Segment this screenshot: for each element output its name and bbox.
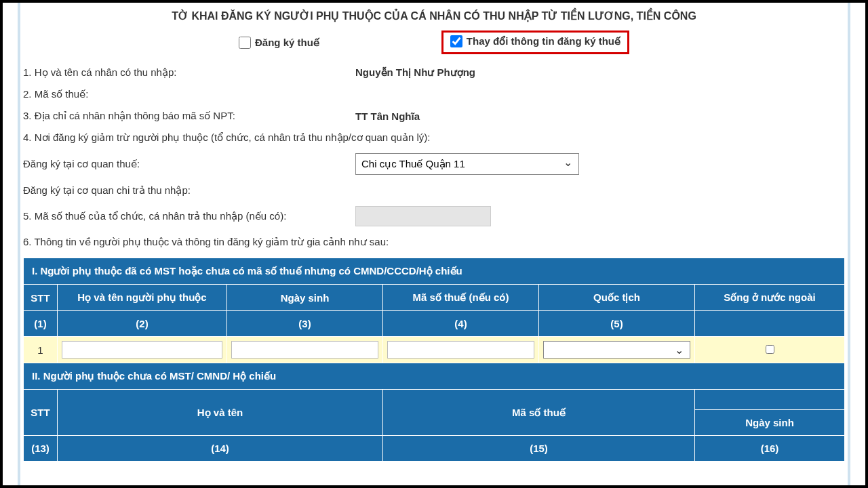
t2-num3: (15) (383, 436, 695, 462)
row1-dob-input[interactable] (231, 341, 378, 359)
field3-label: 3. Địa chỉ cá nhân nhận thông báo mã số … (23, 110, 355, 122)
change-info-label: Thay đổi thông tin đăng ký thuế (467, 35, 620, 47)
tax-office-select[interactable] (355, 153, 579, 175)
t2-col-blank (695, 390, 845, 410)
t1-col-taxcode: Mã số thuế (nếu có) (383, 285, 539, 311)
t2-col-stt: STT (24, 390, 58, 436)
change-info-option[interactable]: Thay đổi thông tin đăng ký thuế (450, 35, 620, 47)
field5-label: 5. Mã số thuế của tổ chức, cá nhân trả t… (23, 210, 355, 222)
right-border-stripe (848, 3, 850, 485)
t1-num1: (1) (24, 311, 58, 337)
field4-label: 4. Nơi đăng ký giảm trừ người phụ thuộc … (23, 131, 430, 144)
left-border-stripe (18, 3, 20, 485)
t1-num6 (695, 311, 845, 337)
checkbox-row: Đăng ký thuế Thay đổi thông tin đăng ký … (23, 30, 845, 54)
org-tax-code-input (355, 206, 491, 226)
t1-col-abroad: Sống ở nước ngoài (695, 285, 845, 311)
t1-col-name: Họ và tên người phụ thuộc (58, 285, 227, 311)
table-row: 1 (24, 337, 845, 363)
t1-num4: (4) (383, 311, 539, 337)
t1-col-dob: Ngày sinh (227, 285, 383, 311)
t2-num4: (16) (695, 436, 845, 462)
row1-name-input[interactable] (62, 341, 222, 359)
section1-header: I. Người phụ thuộc đã có MST hoặc chưa c… (24, 258, 845, 285)
t2-num2: (14) (58, 436, 383, 462)
t1-col-nationality: Quốc tịch (539, 285, 695, 311)
reg-pay-label: Đăng ký tại cơ quan chi trả thu nhập: (23, 184, 355, 197)
row1-nationality-select[interactable] (543, 341, 690, 359)
form-title: TỜ KHAI ĐĂNG KÝ NGƯỜI PHỤ THUỘC CỦA CÁ N… (23, 9, 845, 22)
register-tax-option[interactable]: Đăng ký thuế (239, 30, 319, 54)
row1-abroad-checkbox[interactable] (766, 345, 774, 354)
register-tax-checkbox[interactable] (239, 37, 251, 49)
t1-col-stt: STT (24, 285, 58, 311)
highlighted-option: Thay đổi thông tin đăng ký thuế (441, 30, 629, 54)
field1-value: Nguyễn Thị Như Phượng (355, 66, 475, 79)
field6-label: 6. Thông tin về người phụ thuộc và thông… (23, 236, 389, 248)
field1-label: 1. Họ và tên cá nhân có thu nhập: (23, 66, 355, 79)
section2-header: II. Người phụ thuộc chưa có MST/ CMND/ H… (24, 363, 845, 390)
field3-value: TT Tân Nghĩa (355, 110, 420, 122)
row1-taxcode-input[interactable] (387, 341, 534, 359)
t1-num2: (2) (58, 311, 227, 337)
row1-stt: 1 (24, 337, 58, 363)
reg-tax-label: Đăng ký tại cơ quan thuế: (23, 158, 355, 170)
t2-col-name: Họ và tên (58, 390, 383, 436)
t1-num5: (5) (539, 311, 695, 337)
dependents-table: I. Người phụ thuộc đã có MST hoặc chưa c… (23, 258, 845, 462)
t2-col-dob: Ngày sinh (695, 410, 845, 436)
change-info-checkbox[interactable] (450, 35, 462, 47)
field2-label: 2. Mã số thuế: (23, 88, 355, 100)
tax-office-select-wrap (355, 153, 579, 175)
t1-num3: (3) (227, 311, 383, 337)
t2-num1: (13) (24, 436, 58, 462)
t2-col-taxcode: Mã số thuế (383, 390, 695, 436)
register-tax-label: Đăng ký thuế (255, 37, 319, 49)
